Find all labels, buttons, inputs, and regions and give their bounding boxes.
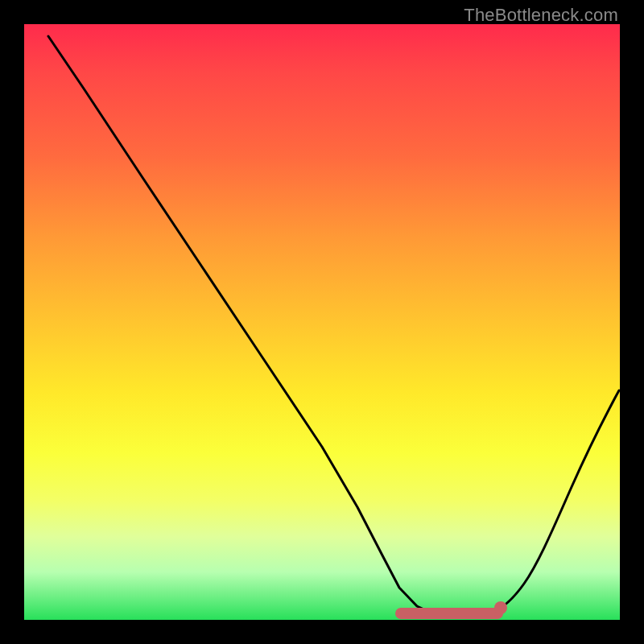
optimal-range-end-dot [494, 601, 507, 614]
bottleneck-curve [48, 36, 619, 617]
chart-gradient-area [24, 24, 620, 620]
chart-svg [24, 24, 620, 620]
watermark-text: TheBottleneck.com [464, 5, 618, 26]
